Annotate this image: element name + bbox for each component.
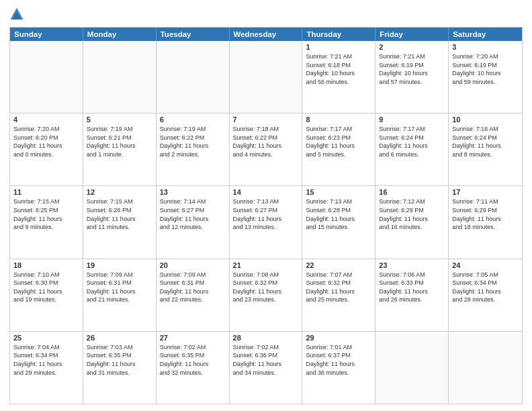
day-info: Sunrise: 7:12 AMSunset: 6:29 PMDaylight:… [379,197,445,231]
day-number: 3 [452,43,519,51]
day-cell-16: 16Sunrise: 7:12 AMSunset: 6:29 PMDayligh… [375,186,449,258]
day-info: Sunrise: 7:19 AMSunset: 6:22 PMDaylight:… [160,125,226,158]
day-number: 11 [13,188,79,196]
header-cell-monday: Monday [83,28,157,41]
day-cell-27: 27Sunrise: 7:02 AMSunset: 6:35 PMDayligh… [157,332,230,404]
day-cell-2: 2Sunrise: 7:21 AMSunset: 6:19 PMDaylight… [375,41,449,113]
calendar-row-3: 11Sunrise: 7:15 AMSunset: 6:25 PMDayligh… [10,185,522,258]
day-info: Sunrise: 7:06 AMSunset: 6:33 PMDaylight:… [379,271,445,304]
logo [9,7,26,21]
day-number: 10 [452,116,519,124]
day-info: Sunrise: 7:09 AMSunset: 6:31 PMDaylight:… [87,271,152,304]
day-info: Sunrise: 7:17 AMSunset: 6:24 PMDaylight:… [379,125,445,158]
day-cell-13: 13Sunrise: 7:14 AMSunset: 6:27 PMDayligh… [157,186,230,258]
day-number: 23 [379,261,445,269]
day-info: Sunrise: 7:02 AMSunset: 6:36 PMDaylight:… [233,343,299,377]
day-info: Sunrise: 7:13 AMSunset: 6:28 PMDaylight:… [306,197,371,231]
day-cell-8: 8Sunrise: 7:17 AMSunset: 6:23 PMDaylight… [302,113,375,185]
day-info: Sunrise: 7:09 AMSunset: 6:31 PMDaylight:… [160,271,226,304]
day-info: Sunrise: 7:07 AMSunset: 6:32 PMDaylight:… [306,271,371,304]
day-number: 26 [87,334,152,342]
header-cell-saturday: Saturday [449,28,522,41]
day-cell-17: 17Sunrise: 7:11 AMSunset: 6:29 PMDayligh… [449,186,522,258]
day-number: 17 [452,188,519,196]
day-number: 29 [306,334,371,342]
day-cell-14: 14Sunrise: 7:13 AMSunset: 6:27 PMDayligh… [230,186,303,258]
day-number: 21 [233,261,299,269]
day-info: Sunrise: 7:20 AMSunset: 6:20 PMDaylight:… [13,125,79,158]
day-number: 22 [306,261,371,269]
day-number: 20 [160,261,226,269]
day-info: Sunrise: 7:21 AMSunset: 6:18 PMDaylight:… [306,52,371,86]
header-cell-tuesday: Tuesday [157,28,230,41]
day-info: Sunrise: 7:15 AMSunset: 6:25 PMDaylight:… [13,197,79,231]
day-cell-4: 4Sunrise: 7:20 AMSunset: 6:20 PMDaylight… [10,113,83,185]
day-number: 14 [233,188,299,196]
day-info: Sunrise: 7:16 AMSunset: 6:24 PMDaylight:… [452,125,519,158]
day-cell-20: 20Sunrise: 7:09 AMSunset: 6:31 PMDayligh… [157,259,230,331]
day-number: 27 [160,334,226,342]
day-number: 24 [452,261,519,269]
day-cell-7: 7Sunrise: 7:18 AMSunset: 6:22 PMDaylight… [230,113,303,185]
day-number: 4 [13,116,79,124]
day-cell-3: 3Sunrise: 7:20 AMSunset: 6:19 PMDaylight… [449,41,522,113]
calendar-row-4: 18Sunrise: 7:10 AMSunset: 6:30 PMDayligh… [10,259,522,331]
day-number: 6 [160,116,226,124]
day-cell-25: 25Sunrise: 7:04 AMSunset: 6:34 PMDayligh… [10,332,83,404]
calendar: SundayMondayTuesdayWednesdayThursdayFrid… [9,27,523,404]
day-cell-6: 6Sunrise: 7:19 AMSunset: 6:22 PMDaylight… [157,113,230,185]
day-info: Sunrise: 7:02 AMSunset: 6:35 PMDaylight:… [160,343,226,377]
day-info: Sunrise: 7:14 AMSunset: 6:27 PMDaylight:… [160,197,226,231]
calendar-body: 1Sunrise: 7:21 AMSunset: 6:18 PMDaylight… [10,41,522,404]
day-info: Sunrise: 7:04 AMSunset: 6:34 PMDaylight:… [13,343,79,377]
day-cell-9: 9Sunrise: 7:17 AMSunset: 6:24 PMDaylight… [375,113,449,185]
day-info: Sunrise: 7:08 AMSunset: 6:32 PMDaylight:… [233,271,299,304]
day-cell-empty [83,41,157,113]
day-cell-empty [230,41,303,113]
page-header [9,7,523,21]
day-info: Sunrise: 7:10 AMSunset: 6:30 PMDaylight:… [13,271,79,304]
day-cell-23: 23Sunrise: 7:06 AMSunset: 6:33 PMDayligh… [375,259,449,331]
day-cell-26: 26Sunrise: 7:03 AMSunset: 6:35 PMDayligh… [83,332,157,404]
day-info: Sunrise: 7:21 AMSunset: 6:19 PMDaylight:… [379,52,445,86]
day-number: 7 [233,116,299,124]
day-cell-19: 19Sunrise: 7:09 AMSunset: 6:31 PMDayligh… [83,259,157,331]
day-number: 28 [233,334,299,342]
day-number: 8 [306,116,371,124]
calendar-row-2: 4Sunrise: 7:20 AMSunset: 6:20 PMDaylight… [10,113,522,185]
day-number: 13 [160,188,226,196]
day-cell-28: 28Sunrise: 7:02 AMSunset: 6:36 PMDayligh… [230,332,303,404]
calendar-page: SundayMondayTuesdayWednesdayThursdayFrid… [0,0,532,411]
day-info: Sunrise: 7:17 AMSunset: 6:23 PMDaylight:… [306,125,371,158]
day-number: 5 [87,116,152,124]
day-number: 9 [379,116,445,124]
day-cell-24: 24Sunrise: 7:05 AMSunset: 6:34 PMDayligh… [449,259,522,331]
header-cell-sunday: Sunday [10,28,83,41]
calendar-row-5: 25Sunrise: 7:04 AMSunset: 6:34 PMDayligh… [10,331,522,404]
day-cell-21: 21Sunrise: 7:08 AMSunset: 6:32 PMDayligh… [230,259,303,331]
day-cell-1: 1Sunrise: 7:21 AMSunset: 6:18 PMDaylight… [302,41,375,113]
day-cell-15: 15Sunrise: 7:13 AMSunset: 6:28 PMDayligh… [302,186,375,258]
day-cell-18: 18Sunrise: 7:10 AMSunset: 6:30 PMDayligh… [10,259,83,331]
day-info: Sunrise: 7:05 AMSunset: 6:34 PMDaylight:… [452,271,519,304]
day-info: Sunrise: 7:11 AMSunset: 6:29 PMDaylight:… [452,197,519,231]
day-cell-22: 22Sunrise: 7:07 AMSunset: 6:32 PMDayligh… [302,259,375,331]
day-cell-empty [10,41,83,113]
day-info: Sunrise: 7:03 AMSunset: 6:35 PMDaylight:… [87,343,152,377]
day-info: Sunrise: 7:01 AMSunset: 6:37 PMDaylight:… [306,343,371,377]
day-info: Sunrise: 7:19 AMSunset: 6:21 PMDaylight:… [87,125,152,158]
day-number: 25 [13,334,79,342]
logo-icon [9,7,24,21]
day-cell-empty [157,41,230,113]
day-cell-empty [375,332,449,404]
day-number: 16 [379,188,445,196]
day-info: Sunrise: 7:18 AMSunset: 6:22 PMDaylight:… [233,125,299,158]
day-cell-5: 5Sunrise: 7:19 AMSunset: 6:21 PMDaylight… [83,113,157,185]
header-cell-wednesday: Wednesday [230,28,303,41]
day-number: 15 [306,188,371,196]
day-cell-12: 12Sunrise: 7:15 AMSunset: 6:26 PMDayligh… [83,186,157,258]
day-info: Sunrise: 7:13 AMSunset: 6:27 PMDaylight:… [233,197,299,231]
header-cell-thursday: Thursday [302,28,375,41]
day-info: Sunrise: 7:20 AMSunset: 6:19 PMDaylight:… [452,52,519,86]
day-info: Sunrise: 7:15 AMSunset: 6:26 PMDaylight:… [87,197,152,231]
